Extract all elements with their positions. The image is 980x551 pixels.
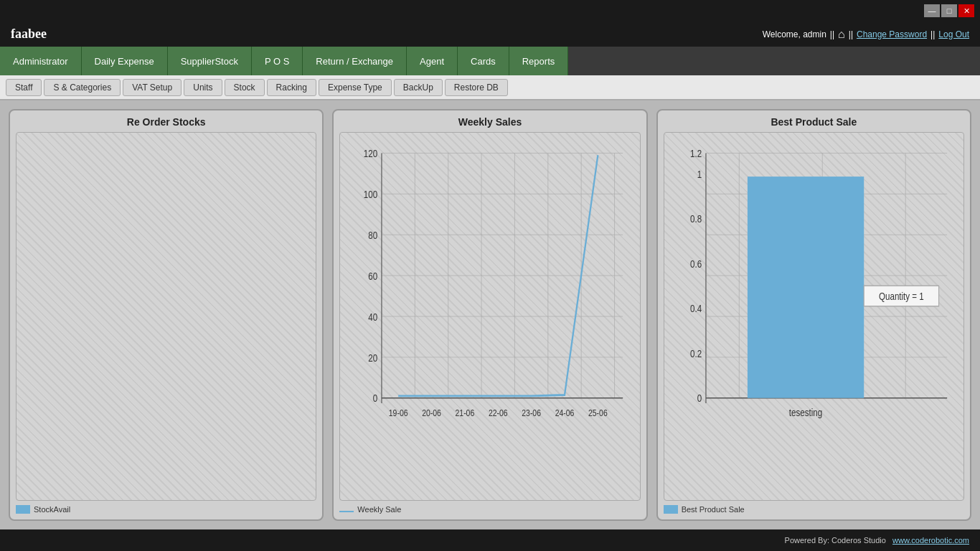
maximize-button[interactable]: □ — [941, 4, 957, 17]
svg-text:100: 100 — [364, 189, 377, 200]
svg-text:25-06: 25-06 — [588, 408, 608, 418]
footer-website-link[interactable]: www.coderobotic.com — [892, 536, 969, 545]
best-product-chart-svg: 0 0.2 0.4 0.6 0.8 1 1.2 tesesting Quanti… — [664, 133, 963, 500]
reorder-title: Re Order Stocks — [16, 116, 316, 128]
footer-text-label: Powered By: Coderos Studio — [785, 536, 886, 545]
main-content: Re Order Stocks StockAvail Weekly Sales — [0, 100, 980, 529]
titlebar: — □ ✕ — [0, 0, 980, 22]
home-icon[interactable]: ⌂ — [838, 28, 845, 41]
weekly-chart-svg: 0 20 40 60 80 100 120 19-06 20-06 21-06 … — [340, 133, 639, 500]
subnav-item-vat-setup[interactable]: VAT Setup — [123, 79, 182, 96]
change-password-link[interactable]: Change Password — [857, 29, 927, 39]
best-product-legend-label: Best Product Sale — [682, 505, 745, 514]
svg-text:24-06: 24-06 — [555, 408, 575, 418]
header-right: Welcome, admin || ⌂ || Change Password |… — [763, 28, 969, 41]
svg-text:21-06: 21-06 — [456, 408, 475, 418]
nav-item-agent[interactable]: Agent — [407, 47, 458, 75]
svg-text:20-06: 20-06 — [423, 408, 442, 418]
nav-item-administrator[interactable]: Administrator — [0, 47, 82, 75]
svg-text:1.2: 1.2 — [690, 148, 702, 159]
footer: Powered By: Coderos Studio www.coderobot… — [0, 529, 980, 551]
best-product-legend: Best Product Sale — [664, 505, 964, 514]
weekly-panel: Weekly Sales — [332, 109, 647, 521]
best-product-legend-color — [664, 505, 678, 514]
svg-text:0: 0 — [373, 392, 377, 404]
weekly-chart-area: 0 20 40 60 80 100 120 19-06 20-06 21-06 … — [339, 132, 640, 501]
subnav: StaffS & CategoriesVAT SetupUnitsStockRa… — [0, 75, 980, 100]
svg-text:0: 0 — [697, 392, 701, 404]
reorder-legend-label: StockAvail — [34, 505, 70, 514]
reorder-panel: Re Order Stocks StockAvail — [9, 109, 324, 521]
subnav-item-restore-db[interactable]: Restore DB — [445, 79, 508, 96]
best-product-title: Best Product Sale — [664, 116, 964, 128]
svg-text:60: 60 — [369, 270, 378, 282]
nav-item-cards[interactable]: Cards — [458, 47, 509, 75]
subnav-item-backup[interactable]: BackUp — [394, 79, 443, 96]
nav: AdministratorDaily ExpenseSupplierStockP… — [0, 47, 980, 75]
reorder-legend-color — [16, 505, 30, 514]
svg-text:22-06: 22-06 — [489, 408, 508, 418]
logout-link[interactable]: Log Out — [938, 29, 969, 39]
separator2: || — [849, 29, 853, 39]
subnav-item-staff[interactable]: Staff — [6, 79, 42, 96]
subnav-item-s-categories[interactable]: S & Categories — [44, 79, 121, 96]
best-product-chart-area: 0 0.2 0.4 0.6 0.8 1 1.2 tesesting Quanti… — [664, 132, 964, 501]
svg-text:1: 1 — [697, 168, 701, 179]
welcome-text: Welcome, admin — [763, 29, 826, 39]
footer-powered-by: Powered By: Coderos Studio www.coderobot… — [785, 536, 969, 545]
subnav-item-stock[interactable]: Stock — [225, 79, 265, 96]
svg-text:80: 80 — [369, 230, 378, 241]
reorder-chart-area — [16, 132, 316, 501]
svg-text:0.4: 0.4 — [690, 303, 702, 314]
app-name: faabee — [11, 27, 47, 42]
subnav-item-expense-type[interactable]: Expense Type — [319, 79, 392, 96]
svg-text:19-06: 19-06 — [389, 408, 408, 418]
weekly-legend-color — [339, 511, 354, 512]
nav-item-reports[interactable]: Reports — [509, 47, 569, 75]
svg-text:20: 20 — [369, 352, 378, 363]
nav-item-supplier-stock[interactable]: SupplierStock — [168, 47, 252, 75]
close-button[interactable]: ✕ — [958, 4, 974, 17]
reorder-legend: StockAvail — [16, 505, 316, 514]
svg-text:0.6: 0.6 — [690, 258, 702, 270]
separator1: || — [830, 29, 834, 39]
svg-text:0.8: 0.8 — [690, 213, 702, 225]
best-product-bar — [748, 176, 864, 398]
svg-text:tesesting: tesesting — [789, 407, 822, 418]
svg-text:40: 40 — [369, 311, 378, 323]
nav-item-pos[interactable]: P O S — [252, 47, 303, 75]
svg-text:120: 120 — [364, 148, 377, 159]
nav-item-daily-expense[interactable]: Daily Expense — [82, 47, 168, 75]
weekly-title: Weekly Sales — [339, 116, 640, 128]
header: faabee Welcome, admin || ⌂ || Change Pas… — [0, 22, 980, 47]
titlebar-controls: — □ ✕ — [924, 4, 974, 17]
subnav-item-units[interactable]: Units — [184, 79, 222, 96]
weekly-legend: Weekly Sale — [339, 505, 640, 514]
nav-item-return-exchange[interactable]: Return / Exchange — [303, 47, 407, 75]
minimize-button[interactable]: — — [924, 4, 940, 17]
svg-text:0.2: 0.2 — [690, 348, 702, 359]
subnav-item-racking[interactable]: Racking — [267, 79, 316, 96]
svg-text:Quantity = 1: Quantity = 1 — [879, 291, 924, 302]
separator3: || — [930, 29, 935, 39]
weekly-legend-label: Weekly Sale — [357, 505, 401, 514]
svg-text:23-06: 23-06 — [522, 408, 542, 418]
best-product-panel: Best Product Sale 0 0.2 — [656, 109, 971, 521]
